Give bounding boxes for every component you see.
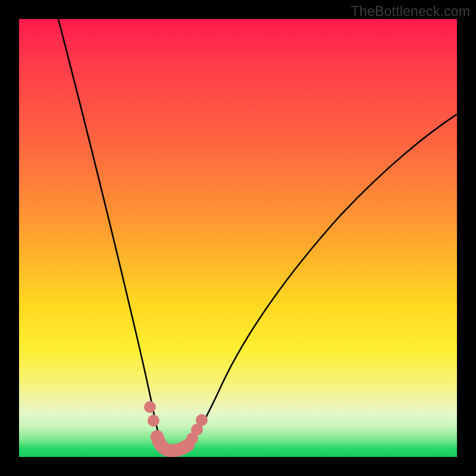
curve-marker [148,415,159,427]
curve-marker [196,414,208,426]
curve-path [58,19,457,451]
watermark-text: TheBottleneck.com [351,4,470,20]
plot-area [19,19,457,457]
bottleneck-curve [19,19,457,457]
chart-frame: TheBottleneck.com [0,0,476,476]
highlight-segment [157,437,188,450]
curve-marker [144,401,156,413]
